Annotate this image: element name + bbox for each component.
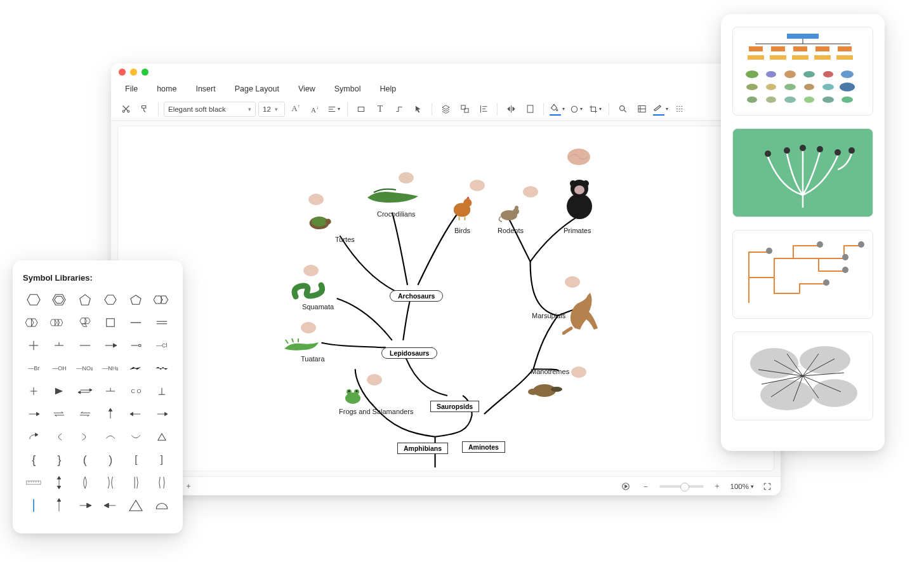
arc-down-icon[interactable]	[125, 429, 147, 445]
lens-plano-icon[interactable]	[125, 474, 147, 491]
double-dash-icon[interactable]	[151, 314, 173, 331]
square-icon[interactable]	[100, 314, 121, 331]
co-label-icon[interactable]: C O	[125, 383, 147, 399]
equilibrium-icon[interactable]	[48, 406, 70, 422]
up-arrow-icon[interactable]	[100, 406, 121, 422]
reverse-equilibrium-icon[interactable]	[74, 406, 96, 422]
ring-bond-icon[interactable]	[125, 337, 147, 354]
cyclopentane-icon[interactable]	[125, 291, 147, 308]
format-painter-button[interactable]	[136, 101, 153, 117]
double-head-arrow-icon[interactable]	[48, 474, 70, 491]
group-archosaurs[interactable]: Archosaurs	[390, 290, 443, 302]
single-bond-icon[interactable]	[74, 337, 96, 354]
kangaroo-icon[interactable]	[562, 290, 603, 335]
branch-t-icon[interactable]	[23, 383, 44, 399]
shape-style-button[interactable]: ▾	[568, 101, 584, 117]
align-objects-button[interactable]	[475, 101, 492, 117]
fused-rings-icon[interactable]	[151, 291, 173, 308]
lens-biconcave-icon[interactable]	[151, 474, 173, 491]
template-thumb-phylogeny-green[interactable]	[732, 128, 873, 217]
frog-icon[interactable]	[341, 385, 364, 406]
connector-style-button[interactable]	[671, 101, 688, 117]
platypus-icon[interactable]	[527, 378, 564, 399]
connector-tool[interactable]	[391, 101, 407, 117]
minimize-window-button[interactable]	[130, 69, 137, 76]
menu-home[interactable]: home	[148, 82, 185, 96]
arc-left-icon[interactable]	[48, 429, 70, 445]
menu-help[interactable]: Help	[371, 82, 405, 96]
template-thumb-animal-classification[interactable]	[732, 27, 873, 116]
turtle-icon[interactable]	[305, 208, 333, 236]
add-page-button[interactable]: ＋	[182, 479, 195, 493]
crocodile-icon[interactable]	[364, 184, 421, 208]
pointer-tool[interactable]	[410, 101, 426, 117]
text-tool[interactable]: T	[372, 101, 388, 117]
bracket-left-icon[interactable]: [	[125, 452, 147, 468]
arc-up-icon[interactable]	[100, 429, 121, 445]
menu-view[interactable]: View	[289, 82, 324, 96]
hydroxyl-label-icon[interactable]: —OH	[48, 360, 70, 377]
maximize-window-button[interactable]	[142, 69, 148, 76]
lens-convex-icon[interactable]	[74, 474, 96, 491]
tee-merge-icon[interactable]	[100, 383, 121, 399]
left-arrow-icon[interactable]	[125, 406, 147, 422]
triangle-shape-icon[interactable]	[125, 497, 147, 514]
chain-icon[interactable]	[125, 360, 147, 377]
zoom-out-button[interactable]: −	[639, 479, 653, 493]
symbol-library-button[interactable]	[633, 101, 650, 117]
hexagon-icon[interactable]	[23, 291, 44, 308]
page-size-button[interactable]	[522, 101, 538, 117]
group-sauropsids[interactable]: Sauropsids	[430, 401, 479, 412]
presentation-button[interactable]	[619, 479, 633, 493]
font-dropdown[interactable]: Elegant soft black ▾	[164, 102, 256, 117]
lizard-icon[interactable]	[282, 333, 322, 355]
thin-up-arrow-icon[interactable]	[48, 497, 70, 514]
decrease-font-button[interactable]: A↓	[307, 101, 323, 117]
dash-icon[interactable]	[125, 314, 147, 331]
snake-icon[interactable]	[291, 278, 329, 303]
template-thumb-radial-gray[interactable]	[732, 331, 873, 420]
arc-right-icon[interactable]	[74, 429, 96, 445]
wedge-icon[interactable]	[48, 383, 70, 399]
fill-color-button[interactable]: ▾	[549, 101, 565, 117]
menu-symbol[interactable]: Symbol	[326, 82, 370, 96]
template-thumb-cladogram-orange[interactable]	[732, 230, 873, 319]
scale-ruler-icon[interactable]	[23, 474, 44, 491]
naphthalene-icon[interactable]	[23, 314, 44, 331]
zigzag-icon[interactable]	[151, 360, 173, 377]
group-lepidosaurs[interactable]: Lepidosaurs	[381, 347, 437, 359]
rodent-icon[interactable]	[498, 201, 523, 223]
perp-icon[interactable]	[151, 383, 173, 399]
chicken-icon[interactable]	[448, 193, 476, 221]
pyrene-icon[interactable]	[74, 314, 96, 331]
line-color-button[interactable]: ▾	[652, 101, 669, 117]
canvas[interactable]: Archosaurs Lepidosaurs Sauropsids Amphib…	[117, 126, 774, 471]
chlorine-label-icon[interactable]: —Cl	[151, 337, 173, 354]
benzene-icon[interactable]	[48, 291, 70, 308]
increase-font-button[interactable]: A↑	[287, 101, 304, 117]
pentagon-icon[interactable]	[74, 291, 96, 308]
close-window-button[interactable]	[119, 69, 126, 76]
rectangle-tool[interactable]	[353, 101, 369, 117]
flip-horizontal-button[interactable]	[503, 101, 519, 117]
search-button[interactable]	[614, 101, 631, 117]
zoom-in-button[interactable]: ＋	[710, 479, 724, 493]
left-tri-arrow-icon[interactable]	[100, 497, 121, 514]
right-arrow-icon[interactable]	[151, 406, 173, 422]
cut-button[interactable]	[117, 101, 134, 117]
brace-right-icon[interactable]: }	[48, 452, 70, 468]
primate-icon[interactable]	[559, 176, 600, 222]
lens-concave-icon[interactable]	[100, 474, 121, 491]
hexagon-outline-icon[interactable]	[100, 291, 121, 308]
zoom-level[interactable]: 100%▾	[730, 483, 754, 490]
nitro-label-icon[interactable]: —NO₂	[74, 360, 96, 377]
bromine-label-icon[interactable]: —Br	[23, 360, 44, 377]
triangle-outline-icon[interactable]	[151, 429, 173, 445]
double-arrow-icon[interactable]	[74, 383, 96, 399]
menu-insert[interactable]: Insert	[187, 82, 224, 96]
arrow-bond-icon[interactable]	[100, 337, 121, 354]
align-dropdown[interactable]: ▾	[326, 101, 342, 117]
paren-left-icon[interactable]: (	[74, 452, 96, 468]
layers-button[interactable]	[437, 101, 454, 117]
right-tri-arrow-icon[interactable]	[74, 497, 96, 514]
